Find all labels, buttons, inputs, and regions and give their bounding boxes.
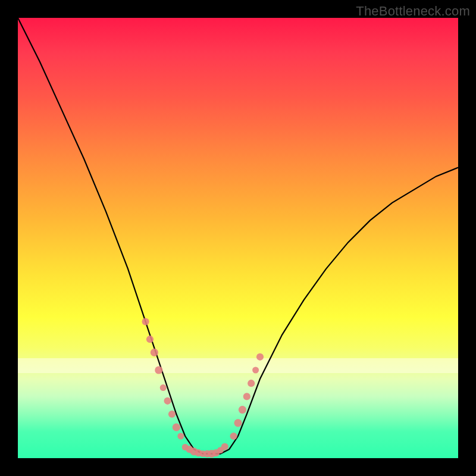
curve-layer <box>18 18 458 458</box>
data-point-bottom <box>199 450 206 457</box>
bottleneck-curve <box>18 18 458 454</box>
data-points-group <box>142 318 264 458</box>
data-point-bottom <box>212 449 220 456</box>
data-point-left <box>173 424 180 431</box>
data-point-right <box>239 406 246 414</box>
data-point-bottom <box>217 447 224 453</box>
data-point-bottom <box>195 449 202 456</box>
data-point-bottom <box>186 446 193 453</box>
data-point-right <box>230 433 237 440</box>
data-point-right <box>248 380 255 387</box>
data-point-bottom <box>182 444 189 450</box>
plot-area <box>18 18 458 458</box>
data-point-bottom <box>203 450 211 458</box>
watermark-text: TheBottleneck.com <box>356 4 470 19</box>
data-point-left <box>164 397 171 405</box>
chart-container: TheBottleneck.com <box>0 0 476 476</box>
data-point-left <box>142 318 149 325</box>
data-point-bottom <box>190 447 198 455</box>
highlight-band <box>18 358 458 373</box>
data-point-right <box>234 419 242 427</box>
data-point-right <box>243 393 250 400</box>
data-point-left <box>168 411 176 418</box>
data-point-left <box>177 433 184 440</box>
data-point-bottom <box>221 443 228 450</box>
data-point-left <box>160 384 167 391</box>
data-point-left <box>151 349 158 356</box>
data-point-left <box>146 336 154 343</box>
data-point-bottom <box>208 450 215 458</box>
